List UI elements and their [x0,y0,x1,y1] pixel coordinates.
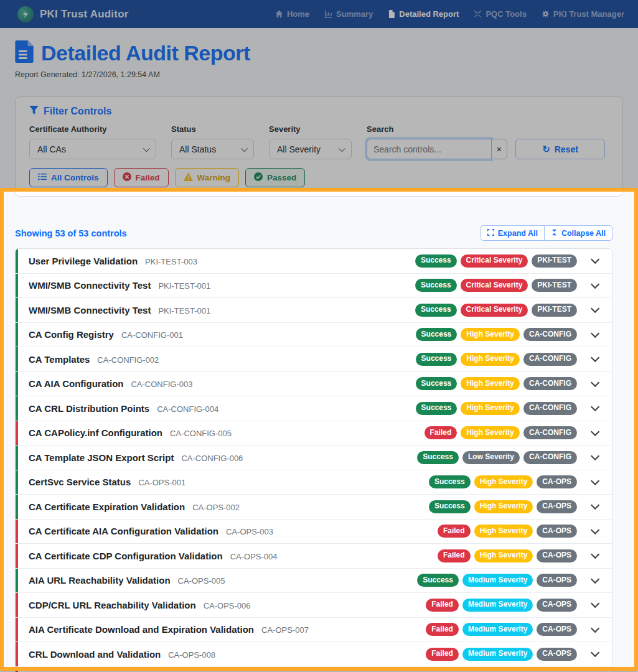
collapse-all-button[interactable]: Collapse All [544,225,612,241]
filter-all-controls-button[interactable]: All Controls [29,168,108,187]
filter-passed-button[interactable]: Passed [245,168,305,187]
home-icon [275,10,283,18]
nav-item-summary[interactable]: Summary [324,9,373,19]
status-badge: Success [429,475,471,488]
chevron-down-icon[interactable] [591,501,599,510]
control-row[interactable]: WMI/SMB Connectivity Test PKI-TEST-001 S… [16,274,612,299]
chevron-down-icon[interactable] [591,403,599,411]
filter-button-label: Failed [136,173,160,182]
tools-icon [474,10,482,18]
chevron-down-icon[interactable] [591,427,599,436]
status-strip [16,446,18,470]
severity-badge: High Severity [461,426,520,439]
status-strip [16,642,18,666]
nav-item-pqc-tools[interactable]: PQC Tools [474,9,526,19]
control-row[interactable]: CA Certificate CDP Configuration Validat… [16,544,612,569]
control-row[interactable]: CA Audit Filter Validation CA-OPS-009 Fa… [16,667,612,672]
control-title: CertSvc Service Status [29,477,131,487]
file-icon [388,10,395,18]
brand[interactable]: PKI Trust Auditor [17,6,129,22]
control-row[interactable]: AIA URL Reachability Validation CA-OPS-0… [16,569,612,594]
status-strip [16,274,18,298]
control-row[interactable]: CA Template JSON Export Script CA-CONFIG… [16,446,612,470]
control-row[interactable]: CA Certificate Expiration Validation CA-… [16,495,612,520]
ca-select[interactable]: All CAs [29,139,156,159]
chevron-down-icon[interactable] [591,329,599,338]
search-label: Search [367,124,507,134]
nav-item-detailed-report[interactable]: Detailed Report [388,9,459,19]
control-code: PKI-TEST-001 [158,306,210,315]
control-row[interactable]: CertSvc Service Status CA-OPS-001 Succes… [16,470,612,495]
category-badge: CA-OPS [537,623,577,636]
chevron-down-icon[interactable] [591,526,599,534]
chevron-down-icon[interactable] [591,353,599,362]
control-title: CA AIA Configuration [29,378,123,389]
status-strip [16,520,18,544]
chevron-down-icon[interactable] [591,477,599,485]
chevron-down-icon[interactable] [591,624,599,633]
control-row[interactable]: CA CRL Distribution Points CA-CONFIG-004… [16,396,612,421]
reset-button[interactable]: ↻ Reset [515,139,605,159]
filter-button-label: Passed [267,173,296,182]
chevron-down-icon[interactable] [591,304,599,313]
status-select-value: All Status [179,144,216,154]
filter-panel-title: Filter Controls [29,106,609,117]
chevron-down-icon[interactable] [591,575,599,584]
control-row[interactable]: CA CAPolicy.inf Configuration CA-CONFIG-… [16,421,612,446]
chevron-down-icon[interactable] [591,452,599,460]
status-strip [16,396,18,421]
severity-badge: Critical Severity [461,279,528,292]
status-label: Status [171,124,254,134]
severity-badge: Medium Severity [462,599,533,612]
control-row[interactable]: CA Templates CA-CONFIG-002 Success High … [16,347,612,372]
control-row[interactable]: CA Certificate AIA Configuration Validat… [16,520,612,544]
clear-search-button[interactable]: × [491,139,507,159]
chevron-down-icon [241,144,248,151]
chevron-down-icon[interactable] [591,255,599,264]
status-strip [16,569,18,593]
nav-item-home[interactable]: Home [275,9,309,19]
expand-all-button[interactable]: Expand All [481,225,544,241]
chevron-down-icon[interactable] [591,648,599,657]
chevron-down-icon[interactable] [591,599,599,608]
control-row[interactable]: CA AIA Configuration CA-CONFIG-003 Succe… [16,372,612,397]
status-strip [16,372,18,396]
status-badge: Failed [426,648,459,661]
report-doc-icon [15,40,34,65]
filter-warning-button[interactable]: Warning [175,168,240,187]
search-input[interactable] [367,139,491,159]
status-badge: Failed [438,525,471,538]
category-badge: CA-OPS [537,574,577,587]
severity-select[interactable]: All Severity [269,139,352,159]
status-strip [16,421,18,446]
status-strip [16,544,18,568]
severity-badge: Critical Severity [461,304,528,317]
control-title: CA Config Registry [29,329,114,340]
status-select[interactable]: All Status [171,139,254,159]
control-title: CA Certificate AIA Configuration Validat… [29,526,218,536]
status-badge: Success [415,304,457,317]
funnel-icon [29,106,39,117]
chevron-down-icon[interactable] [591,280,599,289]
control-code: PKI-TEST-001 [158,281,210,291]
page-title: Detailed Audit Report [41,41,250,65]
status-badge: Success [417,574,459,587]
chevron-down-icon[interactable] [591,378,599,387]
control-title: CA Certificate Expiration Validation [29,502,185,512]
filter-failed-button[interactable]: Failed [114,168,169,187]
control-row[interactable]: AIA Certificate Download and Expiration … [16,618,612,643]
nav-item-pki-trust-manager[interactable]: PKI Trust Manager [542,9,624,19]
control-row[interactable]: CA Config Registry CA-CONFIG-001 Success… [16,323,612,348]
control-code: CA-OPS-007 [261,625,309,635]
control-title: WMI/SMB Connectivity Test [29,280,151,291]
control-row[interactable]: CDP/CRL URL Reachability Validation CA-O… [16,593,612,618]
filter-button-label: All Controls [51,173,99,182]
collapse-all-label: Collapse All [561,229,606,238]
control-row[interactable]: User Privilege Validation PKI-TEST-003 S… [16,249,612,274]
control-row[interactable]: CRL Download and Validation CA-OPS-008 F… [16,642,612,667]
control-row[interactable]: WMI/SMB Connectivity Test PKI-TEST-001 S… [16,298,612,323]
control-code: CA-OPS-008 [168,650,215,660]
status-strip [16,298,18,322]
severity-select-value: All Severity [277,144,321,154]
chevron-down-icon[interactable] [591,550,599,559]
